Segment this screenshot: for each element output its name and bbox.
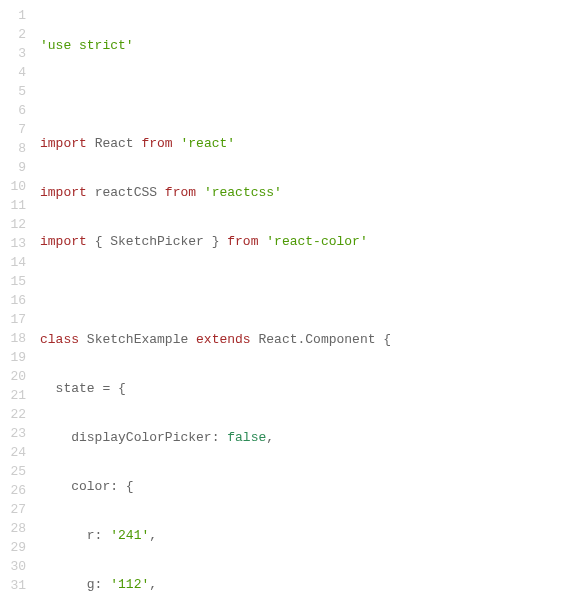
line-number: 8: [0, 139, 26, 158]
token-string: '112': [110, 577, 149, 592]
code-line: state = {: [40, 379, 574, 398]
line-number: 27: [0, 500, 26, 519]
code-content: 'use strict' import React from 'react' i…: [40, 6, 574, 594]
token-keyword: import: [40, 136, 87, 151]
line-number: 22: [0, 405, 26, 424]
code-line: displayColorPicker: false,: [40, 428, 574, 447]
line-number: 4: [0, 63, 26, 82]
token-keyword: from: [165, 185, 196, 200]
token-prop: displayColorPicker:: [71, 430, 219, 445]
line-number: 11: [0, 196, 26, 215]
token-string: 'use strict': [40, 38, 134, 53]
line-number: 9: [0, 158, 26, 177]
token-keyword: from: [141, 136, 172, 151]
line-number: 26: [0, 481, 26, 500]
code-line: g: '112',: [40, 575, 574, 594]
code-line: [40, 85, 574, 104]
line-number: 15: [0, 272, 26, 291]
code-line: import { SketchPicker } from 'react-colo…: [40, 232, 574, 251]
line-number: 25: [0, 462, 26, 481]
code-line: 'use strict': [40, 36, 574, 55]
token-ident: React.Component {: [258, 332, 391, 347]
line-number: 28: [0, 519, 26, 538]
line-number: 13: [0, 234, 26, 253]
line-number: 23: [0, 424, 26, 443]
line-number: 12: [0, 215, 26, 234]
line-number: 20: [0, 367, 26, 386]
line-number: 29: [0, 538, 26, 557]
line-number: 7: [0, 120, 26, 139]
line-number: 18: [0, 329, 26, 348]
token-punct: ,: [266, 430, 274, 445]
line-number: 21: [0, 386, 26, 405]
token-keyword: import: [40, 185, 87, 200]
code-line: import reactCSS from 'reactcss': [40, 183, 574, 202]
line-number: 24: [0, 443, 26, 462]
line-number: 10: [0, 177, 26, 196]
line-number: 30: [0, 557, 26, 576]
line-number: 19: [0, 348, 26, 367]
line-number: 3: [0, 44, 26, 63]
token-string: '241': [110, 528, 149, 543]
code-line: import React from 'react': [40, 134, 574, 153]
token-keyword: class: [40, 332, 79, 347]
token-prop: g:: [87, 577, 103, 592]
code-line: r: '241',: [40, 526, 574, 545]
token-prop: r:: [87, 528, 103, 543]
line-number: 31: [0, 576, 26, 594]
token-keyword: from: [227, 234, 258, 249]
token-ident: React: [95, 136, 134, 151]
token-punct: ,: [149, 577, 157, 592]
token-ident: SketchExample: [87, 332, 188, 347]
line-number: 16: [0, 291, 26, 310]
token-keyword: import: [40, 234, 87, 249]
code-line: [40, 281, 574, 300]
code-line: class SketchExample extends React.Compon…: [40, 330, 574, 349]
line-number: 2: [0, 25, 26, 44]
line-number: 5: [0, 82, 26, 101]
token-keyword: extends: [196, 332, 251, 347]
token-ident: state = {: [56, 381, 126, 396]
code-block: 1 2 3 4 5 6 7 8 9 10 11 12 13 14 15 16 1…: [0, 0, 574, 594]
line-number: 1: [0, 6, 26, 25]
line-number: 17: [0, 310, 26, 329]
token-ident: { SketchPicker }: [95, 234, 220, 249]
token-literal: false: [227, 430, 266, 445]
token-ident: reactCSS: [95, 185, 157, 200]
line-number: 14: [0, 253, 26, 272]
token-punct: ,: [149, 528, 157, 543]
code-line: color: {: [40, 477, 574, 496]
line-number: 6: [0, 101, 26, 120]
token-string: 'react-color': [266, 234, 367, 249]
token-prop: color: {: [71, 479, 133, 494]
token-string: 'reactcss': [204, 185, 282, 200]
token-string: 'react': [180, 136, 235, 151]
line-number-gutter: 1 2 3 4 5 6 7 8 9 10 11 12 13 14 15 16 1…: [0, 6, 40, 594]
